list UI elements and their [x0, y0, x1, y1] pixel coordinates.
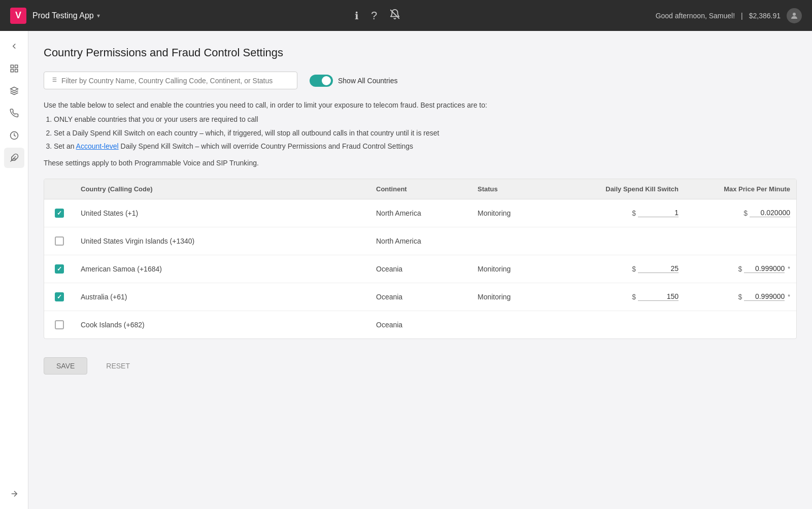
th-checkbox	[44, 185, 75, 193]
max-price-input-2[interactable]	[744, 264, 785, 273]
td-status-0: Monitoring	[471, 209, 573, 217]
svg-rect-2	[11, 65, 13, 67]
max-price-input-0[interactable]	[750, 209, 790, 217]
dollar-icon-ks-0: $	[632, 209, 636, 217]
asterisk-2: *	[788, 265, 790, 273]
description-list: ONLY enable countries that you or your u…	[54, 114, 797, 152]
dollar-icon-mp-2: $	[738, 265, 742, 273]
td-checkbox-3	[44, 292, 75, 301]
th-kill-switch: Daily Spend Kill Switch	[573, 185, 685, 193]
td-country-0: United States (+1)	[75, 209, 370, 217]
td-continent-3: Oceania	[370, 293, 471, 301]
td-kill-switch-3: $	[573, 292, 685, 301]
td-max-price-0: $	[685, 209, 796, 217]
th-max-price: Max Price Per Minute	[685, 185, 796, 193]
filter-input-wrap[interactable]	[44, 72, 297, 89]
filter-input[interactable]	[61, 77, 291, 85]
sidebar	[0, 31, 28, 509]
country-table: Country (Calling Code) Continent Status …	[44, 179, 797, 339]
app-name[interactable]: Prod Testing App ▾	[32, 11, 100, 20]
help-icon[interactable]: ?	[371, 9, 377, 22]
td-status-2: Monitoring	[471, 265, 573, 273]
app-logo: V	[10, 8, 26, 24]
td-checkbox-0	[44, 209, 75, 218]
dollar-icon-ks-2: $	[632, 265, 636, 273]
td-checkbox-2	[44, 264, 75, 274]
description-intro: Use the table below to select and enable…	[44, 101, 487, 109]
kill-switch-input-0[interactable]	[638, 209, 679, 217]
td-continent-2: Oceania	[370, 265, 471, 273]
reset-button[interactable]: RESET	[93, 357, 143, 375]
td-checkbox-4	[44, 320, 75, 329]
main-content: Country Permissions and Fraud Control Se…	[28, 31, 812, 509]
row-checkbox-4[interactable]	[55, 320, 64, 329]
td-max-price-2: $ *	[685, 264, 796, 273]
user-avatar[interactable]	[787, 8, 802, 23]
toggle-wrap: Show All Countries	[310, 75, 398, 87]
top-navigation: V Prod Testing App ▾ ℹ ? Good afternoon,…	[0, 0, 812, 31]
td-continent-4: Oceania	[370, 321, 471, 329]
td-country-4: Cook Islands (+682)	[75, 321, 370, 329]
td-country-2: American Samoa (+1684)	[75, 265, 370, 273]
topnav-center-icons: ℹ ?	[100, 9, 656, 22]
sidebar-item-tools[interactable]	[4, 81, 24, 101]
description-item-3: Set an Account-level Daily Spend Kill Sw…	[54, 141, 797, 152]
balance-amount: $2,386.91	[749, 12, 781, 20]
topnav-right: Good afternoon, Samuel! | $2,386.91	[656, 8, 802, 23]
sidebar-item-arrow[interactable]	[4, 484, 24, 504]
td-kill-switch-2: $	[573, 264, 685, 273]
max-price-input-3[interactable]	[744, 292, 785, 301]
svg-rect-5	[15, 70, 17, 72]
table-header: Country (Calling Code) Continent Status …	[44, 179, 796, 199]
td-max-price-3: $ *	[685, 292, 796, 301]
dollar-icon-mp-0: $	[743, 209, 748, 217]
td-kill-switch-0: $	[573, 209, 685, 217]
svg-point-1	[793, 13, 796, 16]
description: Use the table below to select and enable…	[44, 99, 797, 168]
page-title: Country Permissions and Fraud Control Se…	[44, 46, 797, 59]
th-status: Status	[471, 185, 573, 193]
show-all-toggle[interactable]	[310, 75, 333, 87]
row-checkbox-0[interactable]	[55, 209, 64, 218]
svg-rect-4	[11, 70, 13, 72]
greeting-text: Good afternoon, Samuel!	[656, 12, 735, 20]
table-row: American Samoa (+1684) Oceania Monitorin…	[44, 255, 796, 283]
filter-icon	[50, 76, 57, 85]
toggle-label: Show All Countries	[338, 77, 398, 85]
account-level-link[interactable]: Account-level	[76, 142, 119, 150]
footer-bar: SAVE RESET	[44, 349, 797, 383]
sidebar-item-plugins[interactable]	[4, 148, 24, 168]
sidebar-item-expand[interactable]	[4, 36, 24, 56]
app-name-label: Prod Testing App	[32, 11, 94, 20]
kill-switch-input-2[interactable]	[638, 264, 679, 273]
th-continent: Continent	[370, 185, 471, 193]
row-checkbox-3[interactable]	[55, 292, 64, 301]
svg-rect-3	[15, 65, 17, 67]
row-checkbox-1[interactable]	[55, 236, 64, 246]
row-checkbox-2[interactable]	[55, 264, 64, 274]
dollar-icon-ks-3: $	[632, 293, 636, 301]
sidebar-item-phone[interactable]	[4, 103, 24, 123]
balance-text: |	[741, 12, 743, 20]
dollar-icon-mp-3: $	[738, 293, 742, 301]
filter-bar: Show All Countries	[44, 72, 797, 89]
td-continent-1: North America	[370, 237, 471, 245]
td-status-3: Monitoring	[471, 293, 573, 301]
info-icon[interactable]: ℹ	[355, 10, 359, 22]
th-country: Country (Calling Code)	[75, 185, 370, 193]
table-row: United States Virgin Islands (+1340) Nor…	[44, 227, 796, 255]
td-checkbox-1	[44, 236, 75, 246]
table-row: United States (+1) North America Monitor…	[44, 199, 796, 227]
save-button[interactable]: SAVE	[44, 357, 87, 375]
sidebar-item-history[interactable]	[4, 125, 24, 146]
td-country-1: United States Virgin Islands (+1340)	[75, 237, 370, 245]
description-item-1: ONLY enable countries that you or your u…	[54, 114, 797, 125]
sidebar-item-dashboard[interactable]	[4, 58, 24, 79]
table-row: Australia (+61) Oceania Monitoring $ $ *	[44, 283, 796, 311]
kill-switch-input-3[interactable]	[638, 292, 679, 301]
notifications-icon[interactable]	[389, 9, 400, 22]
td-continent-0: North America	[370, 209, 471, 217]
table-row: Cook Islands (+682) Oceania	[44, 311, 796, 338]
description-item-2: Set a Daily Spend Kill Switch on each co…	[54, 127, 797, 139]
td-country-3: Australia (+61)	[75, 293, 370, 301]
